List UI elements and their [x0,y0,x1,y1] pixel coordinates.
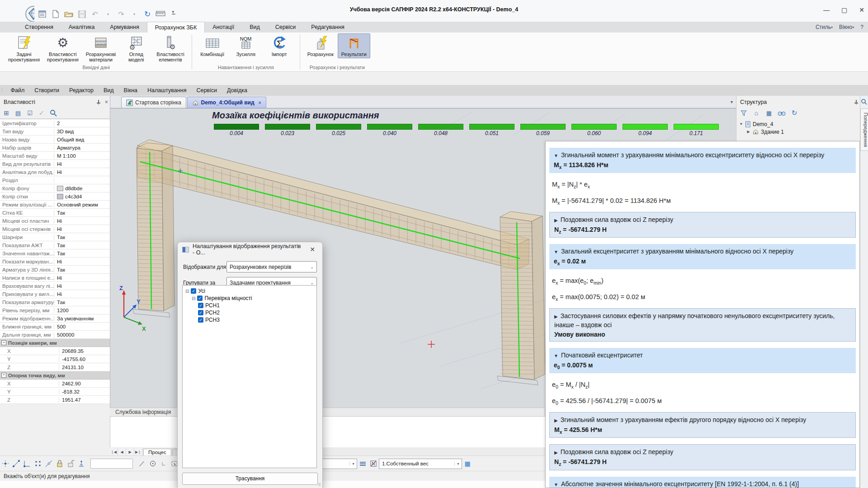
document-tab-Demo_4:Общий вид[interactable]: Demo_4:Общий вид× [187,97,266,108]
service-info-bar[interactable]: Службова інформація [110,408,545,417]
property-value[interactable]: 1951.47 [59,397,110,403]
pin-icon[interactable] [854,99,859,105]
property-row[interactable]: Значення навантаж...Так [0,249,110,258]
maximize-button[interactable]: ▢ [841,6,847,14]
result-block[interactable]: ▶Поздовжня сила вздовж осі Z перерізуNz … [549,444,856,470]
pin-icon[interactable] [96,99,101,105]
property-row[interactable]: X20689.35 [0,347,110,355]
collapse-icon[interactable]: − [1,340,6,345]
property-value[interactable]: 3D вид [54,129,110,134]
checklist-icon[interactable]: ☑ [25,109,34,117]
no-loads-icon[interactable]: N [368,459,378,469]
property-row[interactable]: Написи в площині е...Ні [0,274,110,282]
property-group-header[interactable]: −Опорна точка виду, мм [0,371,110,380]
property-row[interactable]: Показувати АЖТТак [0,241,110,249]
nav-next-button[interactable]: ▶ [126,448,134,455]
apply-check-icon[interactable]: ✓ [37,109,46,117]
property-row[interactable]: Колір фонуd8dbde [0,184,110,192]
property-row[interactable]: Режим відображенн...За умовчанням [0,314,110,323]
result-block[interactable]: ▼Початковий ексцентриситетe0 = 0.0075 м [549,348,856,373]
property-row[interactable]: Рівень перерізу, мм1200 [0,306,110,314]
tree-item-РСН1[interactable]: ✓РСН1 [183,302,316,309]
measure-input[interactable] [90,459,133,469]
home-icon[interactable]: ⌂ [752,109,761,117]
property-value[interactable]: Так [54,210,110,216]
property-value[interactable]: Так [54,235,110,240]
ribbon-tab-Редагування[interactable]: Редагування [303,22,352,33]
menu-item-Довідка[interactable]: Довідка [222,85,252,96]
nav-last-button[interactable]: ▶❘ [134,448,142,455]
resize-grip-icon[interactable]: ⠿ [318,483,321,487]
property-value[interactable]: Ні [54,226,110,232]
search-icon[interactable] [49,109,58,117]
load-case-combo[interactable]: 1.Собственный вес▾ [379,459,462,469]
structure-node-Demo_4[interactable]: ▼Demo_4 [739,120,868,128]
ribbon-tab-Розрахунок ЗБК[interactable]: Розрахунок ЗБК [147,22,205,33]
ribbon-button-Властивості-елементів[interactable]: ⚙Властивості елементів [153,33,187,64]
filter-icon[interactable] [739,109,748,117]
ribbon-tab-Армування[interactable]: Армування [102,22,146,33]
lock-closed-icon[interactable] [55,459,65,469]
property-row[interactable]: Назва видуОбщий вид [0,136,110,144]
property-row[interactable]: Показати маркуван...Ні [0,258,110,266]
close-button[interactable]: ✕ [859,6,864,14]
ribbon-button-Розрахункові-матеріали[interactable]: Розрахункові матеріали [83,33,119,64]
result-block[interactable]: ▶Застосування силових ефектів у напрямку… [549,308,856,342]
property-value[interactable]: Ні [54,161,110,167]
result-block[interactable]: ▶Згинальний момент з урахуванням ефектів… [549,412,856,438]
ribbon-button-Властивості-проектування[interactable]: ⚙Властивості проектування [44,33,82,64]
result-block[interactable]: ▶Поздовжня сила вздовж осі Z перерізуNz … [549,212,856,238]
property-value[interactable]: Так [54,251,110,256]
property-row[interactable]: Z24131.10 [0,363,110,371]
property-value[interactable]: За умовчанням [54,316,110,321]
dock-tab-warnings[interactable]: Попередження [860,108,868,151]
table-sm-icon[interactable]: ▦ [764,109,774,117]
result-block[interactable]: ▼Абсолютне значення мінімального ексцент… [549,477,856,488]
minimize-button[interactable]: — [823,6,830,14]
collapse-icon[interactable]: ▼ [554,153,558,158]
property-value[interactable]: Ні [54,283,110,289]
trace-button[interactable]: Трасування [182,473,318,485]
list-view-icon[interactable]: ▤ [14,109,23,117]
property-row[interactable]: Режим візуалізації ...Основний режим [0,201,110,209]
ribbon-button-Комбінації[interactable]: Комбінації [196,33,229,58]
collapse-icon[interactable]: ▼ [554,353,558,358]
close-icon[interactable]: × [259,100,261,105]
property-value[interactable]: 24131.10 [59,365,110,370]
property-row[interactable]: Набір шарівАрматура [0,144,110,152]
chevron-down-icon[interactable]: ⌄ [310,281,316,285]
property-value[interactable]: Основний режим [54,202,110,207]
menu-item-Вікна[interactable]: Вікна [119,85,142,96]
menu-item-Файл[interactable]: Файл [6,85,30,96]
slash-tool-icon[interactable]: ／ [137,459,147,469]
menu-item-Сервіси[interactable]: Сервіси [191,85,222,96]
property-row[interactable]: Y-818.32 [0,388,110,396]
corner-tool-icon[interactable]: ∟ [159,459,169,469]
snap-points-icon[interactable] [33,459,43,469]
property-value[interactable]: d8dbde [54,186,110,191]
menu-item-Редактор[interactable]: Редактор [64,85,99,96]
property-value[interactable]: Общий вид [54,137,110,142]
binoculars-icon[interactable] [777,109,786,117]
refresh-icon[interactable]: ↻ [790,109,799,117]
expand-icon[interactable]: ▶ [554,418,558,423]
expand-icon[interactable]: ▶ [554,450,558,455]
ribbon-tab-Вид[interactable]: Вид [242,22,268,33]
lock-open-icon[interactable] [66,459,75,469]
chevron-down-icon[interactable]: ▾ [349,462,357,466]
snap-line-icon[interactable] [11,459,21,469]
property-group-header[interactable]: −Позиція камери, мм [0,339,110,347]
ribbon-tab-Анотації[interactable]: Анотації [205,22,242,33]
property-value[interactable]: Арматура [54,145,110,150]
property-row[interactable]: Тип виду3D вид [0,127,110,136]
snap-angle-icon[interactable] [22,459,32,469]
tab-overflow-icon[interactable]: ▾ [731,99,733,104]
property-row[interactable]: Сітка КЕТак [0,209,110,217]
property-value[interactable]: М 1:100 [54,153,110,159]
property-value[interactable]: Ні [54,275,110,281]
tree-item-Усі[interactable]: ⊟✓Усі [183,287,316,295]
menu-item-Створити[interactable]: Створити [29,85,64,96]
collapse-icon[interactable]: ⊟ [185,289,189,294]
expand-icon[interactable]: ▶ [554,314,558,319]
ribbon-button-Зусилля[interactable]: NQMЗусилля [230,33,262,58]
